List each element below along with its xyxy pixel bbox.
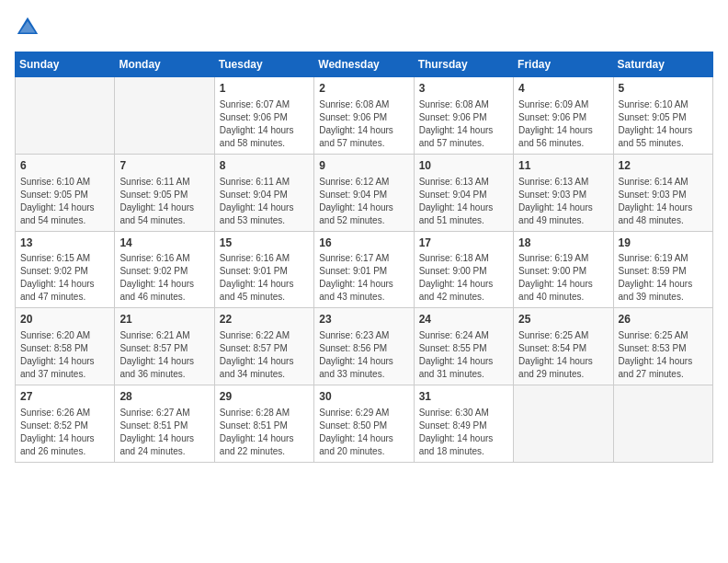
day-number: 12: [619, 158, 708, 174]
day-info: Sunrise: 6:19 AM Sunset: 9:00 PM Dayligh…: [518, 252, 608, 304]
calendar-cell: 13Sunrise: 6:15 AM Sunset: 9:02 PM Dayli…: [16, 231, 115, 308]
day-number: 29: [220, 389, 309, 405]
day-info: Sunrise: 6:30 AM Sunset: 8:49 PM Dayligh…: [419, 407, 508, 458]
col-header-sunday: Sunday: [16, 52, 115, 77]
day-info: Sunrise: 6:12 AM Sunset: 9:04 PM Dayligh…: [319, 176, 408, 227]
calendar-table: SundayMondayTuesdayWednesdayThursdayFrid…: [15, 52, 713, 463]
calendar-cell: 20Sunrise: 6:20 AM Sunset: 8:58 PM Dayli…: [16, 308, 115, 385]
day-info: Sunrise: 6:26 AM Sunset: 8:52 PM Dayligh…: [20, 407, 109, 458]
day-number: 23: [319, 312, 408, 327]
day-info: Sunrise: 6:25 AM Sunset: 8:54 PM Dayligh…: [518, 329, 608, 381]
calendar-cell: 29Sunrise: 6:28 AM Sunset: 8:51 PM Dayli…: [214, 385, 313, 463]
day-number: 21: [119, 312, 209, 327]
day-number: 19: [619, 236, 708, 251]
calendar-cell: [514, 385, 613, 463]
day-number: 13: [20, 236, 109, 251]
calendar-cell: 25Sunrise: 6:25 AM Sunset: 8:54 PM Dayli…: [514, 308, 613, 385]
calendar-cell: 18Sunrise: 6:19 AM Sunset: 9:00 PM Dayli…: [514, 231, 613, 308]
day-number: 25: [518, 312, 608, 327]
day-info: Sunrise: 6:13 AM Sunset: 9:04 PM Dayligh…: [419, 176, 508, 227]
day-info: Sunrise: 6:14 AM Sunset: 9:03 PM Dayligh…: [619, 176, 708, 227]
calendar-week-4: 20Sunrise: 6:20 AM Sunset: 8:58 PM Dayli…: [16, 308, 713, 385]
calendar-week-2: 6Sunrise: 6:10 AM Sunset: 9:05 PM Daylig…: [16, 154, 713, 231]
col-header-monday: Monday: [115, 52, 214, 77]
page-header: [15, 15, 713, 40]
day-number: 20: [20, 312, 109, 327]
calendar-cell: 1Sunrise: 6:07 AM Sunset: 9:06 PM Daylig…: [214, 77, 313, 155]
calendar-cell: 23Sunrise: 6:23 AM Sunset: 8:56 PM Dayli…: [314, 308, 414, 385]
day-info: Sunrise: 6:09 AM Sunset: 9:06 PM Dayligh…: [518, 98, 608, 150]
day-number: 7: [119, 158, 209, 174]
day-info: Sunrise: 6:21 AM Sunset: 8:57 PM Dayligh…: [119, 329, 209, 381]
day-info: Sunrise: 6:16 AM Sunset: 9:02 PM Dayligh…: [119, 252, 209, 304]
col-header-thursday: Thursday: [414, 52, 513, 77]
day-info: Sunrise: 6:08 AM Sunset: 9:06 PM Dayligh…: [319, 98, 408, 150]
col-header-friday: Friday: [514, 52, 613, 77]
calendar-cell: 2Sunrise: 6:08 AM Sunset: 9:06 PM Daylig…: [314, 77, 414, 155]
calendar-cell: 12Sunrise: 6:14 AM Sunset: 9:03 PM Dayli…: [613, 154, 712, 231]
day-number: 6: [20, 158, 109, 174]
day-number: 18: [518, 236, 608, 251]
calendar-cell: 16Sunrise: 6:17 AM Sunset: 9:01 PM Dayli…: [314, 231, 414, 308]
calendar-cell: 9Sunrise: 6:12 AM Sunset: 9:04 PM Daylig…: [314, 154, 414, 231]
day-info: Sunrise: 6:23 AM Sunset: 8:56 PM Dayligh…: [319, 329, 408, 381]
calendar-cell: 15Sunrise: 6:16 AM Sunset: 9:01 PM Dayli…: [214, 231, 313, 308]
day-number: 5: [619, 81, 708, 97]
day-info: Sunrise: 6:27 AM Sunset: 8:51 PM Dayligh…: [119, 407, 209, 458]
day-number: 10: [419, 158, 508, 174]
day-info: Sunrise: 6:11 AM Sunset: 9:04 PM Dayligh…: [220, 176, 309, 227]
day-info: Sunrise: 6:18 AM Sunset: 9:00 PM Dayligh…: [419, 252, 508, 304]
day-info: Sunrise: 6:17 AM Sunset: 9:01 PM Dayligh…: [319, 252, 408, 304]
calendar-cell: 19Sunrise: 6:19 AM Sunset: 8:59 PM Dayli…: [613, 231, 712, 308]
calendar-cell: 3Sunrise: 6:08 AM Sunset: 9:06 PM Daylig…: [414, 77, 513, 155]
day-number: 17: [419, 236, 508, 251]
day-number: 3: [419, 81, 508, 97]
calendar-cell: 27Sunrise: 6:26 AM Sunset: 8:52 PM Dayli…: [16, 385, 115, 463]
day-number: 16: [319, 236, 408, 251]
day-info: Sunrise: 6:07 AM Sunset: 9:06 PM Dayligh…: [220, 98, 309, 150]
day-info: Sunrise: 6:24 AM Sunset: 8:55 PM Dayligh…: [419, 329, 508, 381]
calendar-cell: [115, 77, 214, 155]
calendar-cell: 21Sunrise: 6:21 AM Sunset: 8:57 PM Dayli…: [115, 308, 214, 385]
day-number: 4: [518, 81, 608, 97]
day-number: 2: [319, 81, 408, 97]
calendar-cell: [16, 77, 115, 155]
col-header-wednesday: Wednesday: [314, 52, 414, 77]
day-info: Sunrise: 6:11 AM Sunset: 9:05 PM Dayligh…: [119, 176, 209, 227]
day-info: Sunrise: 6:19 AM Sunset: 8:59 PM Dayligh…: [619, 252, 708, 304]
calendar-cell: 14Sunrise: 6:16 AM Sunset: 9:02 PM Dayli…: [115, 231, 214, 308]
day-info: Sunrise: 6:22 AM Sunset: 8:57 PM Dayligh…: [220, 329, 309, 381]
day-number: 15: [220, 236, 309, 251]
calendar-cell: 30Sunrise: 6:29 AM Sunset: 8:50 PM Dayli…: [314, 385, 414, 463]
day-number: 27: [20, 389, 109, 405]
day-info: Sunrise: 6:10 AM Sunset: 9:05 PM Dayligh…: [20, 176, 109, 227]
calendar-cell: [613, 385, 712, 463]
day-number: 24: [419, 312, 508, 327]
day-info: Sunrise: 6:08 AM Sunset: 9:06 PM Dayligh…: [419, 98, 508, 150]
day-number: 9: [319, 158, 408, 174]
calendar-header-row: SundayMondayTuesdayWednesdayThursdayFrid…: [16, 52, 713, 77]
calendar-cell: 6Sunrise: 6:10 AM Sunset: 9:05 PM Daylig…: [16, 154, 115, 231]
calendar-cell: 22Sunrise: 6:22 AM Sunset: 8:57 PM Dayli…: [214, 308, 313, 385]
calendar-cell: 17Sunrise: 6:18 AM Sunset: 9:00 PM Dayli…: [414, 231, 513, 308]
day-info: Sunrise: 6:10 AM Sunset: 9:05 PM Dayligh…: [619, 98, 708, 150]
calendar-cell: 31Sunrise: 6:30 AM Sunset: 8:49 PM Dayli…: [414, 385, 513, 463]
day-info: Sunrise: 6:29 AM Sunset: 8:50 PM Dayligh…: [319, 407, 408, 458]
day-number: 14: [119, 236, 209, 251]
calendar-week-3: 13Sunrise: 6:15 AM Sunset: 9:02 PM Dayli…: [16, 231, 713, 308]
calendar-cell: 8Sunrise: 6:11 AM Sunset: 9:04 PM Daylig…: [214, 154, 313, 231]
calendar-week-1: 1Sunrise: 6:07 AM Sunset: 9:06 PM Daylig…: [16, 77, 713, 155]
day-number: 11: [518, 158, 608, 174]
day-info: Sunrise: 6:13 AM Sunset: 9:03 PM Dayligh…: [518, 176, 608, 227]
day-number: 26: [619, 312, 708, 327]
day-number: 31: [419, 389, 508, 405]
calendar-cell: 11Sunrise: 6:13 AM Sunset: 9:03 PM Dayli…: [514, 154, 613, 231]
logo: [15, 15, 44, 40]
calendar-cell: 7Sunrise: 6:11 AM Sunset: 9:05 PM Daylig…: [115, 154, 214, 231]
day-number: 1: [220, 81, 309, 97]
day-info: Sunrise: 6:25 AM Sunset: 8:53 PM Dayligh…: [619, 329, 708, 381]
day-number: 30: [319, 389, 408, 405]
logo-icon: [15, 15, 40, 40]
day-info: Sunrise: 6:28 AM Sunset: 8:51 PM Dayligh…: [220, 407, 309, 458]
day-info: Sunrise: 6:16 AM Sunset: 9:01 PM Dayligh…: [220, 252, 309, 304]
